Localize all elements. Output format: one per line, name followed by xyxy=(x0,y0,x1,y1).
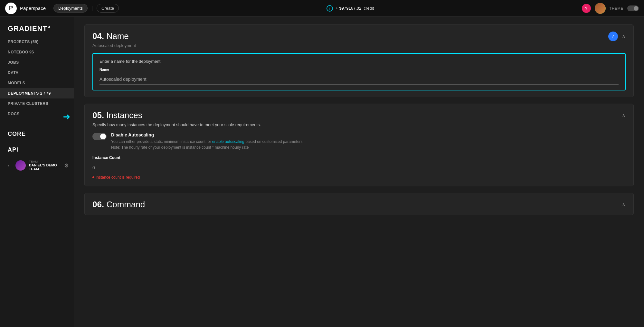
team-info: TEAM DANIEL'S DEMO TEAM xyxy=(29,160,64,171)
sidebar-item-private-clusters[interactable]: PRIVATE CLUSTERS xyxy=(0,98,74,109)
sidebar-item-notebooks[interactable]: NOTEBOOKS xyxy=(0,47,74,57)
section-06-header: 06. Command ∧ xyxy=(85,193,633,215)
name-input[interactable] xyxy=(99,74,619,85)
team-info-area: ‹ TEAM DANIEL'S DEMO TEAM xyxy=(5,160,64,171)
deployments-nav-btn[interactable]: Deployments xyxy=(53,4,88,13)
instance-input-wrapper xyxy=(92,163,626,173)
instance-count-input[interactable] xyxy=(92,163,626,173)
section-04-collapse[interactable]: ∧ xyxy=(622,33,626,39)
autoscaling-toggle[interactable] xyxy=(92,133,107,140)
create-nav-btn[interactable]: Create xyxy=(97,4,119,13)
help-button[interactable]: ? xyxy=(582,4,591,13)
collapse-sidebar-button[interactable]: ‹ xyxy=(5,162,12,169)
section-04-title: 04. Name xyxy=(92,31,129,41)
section-06-card: 06. Command ∧ xyxy=(84,193,634,215)
toggle-text: Disable Autoscaling You can either provi… xyxy=(111,132,304,150)
toggle-desc: You can either provide a static minimum … xyxy=(111,139,304,150)
section-04-controls: ✓ ∧ xyxy=(608,32,626,41)
theme-label: THEME xyxy=(610,6,624,10)
section-05-card: 05. Instances ∧ Specify how many instanc… xyxy=(84,104,634,186)
check-icon: ✓ xyxy=(608,32,618,41)
navbar-logo: P Paperspace xyxy=(5,3,46,14)
sidebar-nav: PROJECTS (59) NOTEBOOKS JOBS DATA MODELS… xyxy=(0,37,74,124)
instance-count-label: Instance Count xyxy=(92,155,626,160)
layout: GRADIENT° PROJECTS (59) NOTEBOOKS JOBS D… xyxy=(0,17,644,327)
team-label: TEAM xyxy=(29,160,64,163)
enable-autoscaling-link[interactable]: enable autoscaling xyxy=(212,139,244,144)
nav-divider: | xyxy=(91,5,93,11)
sidebar-item-jobs[interactable]: JOBS xyxy=(0,57,74,68)
core-section-label: CORE xyxy=(0,124,74,140)
sidebar-wrapper: GRADIENT° PROJECTS (59) NOTEBOOKS JOBS D… xyxy=(0,17,74,327)
sidebar-item-deployments[interactable]: DEPLOYMENTS 2 / 79 xyxy=(0,88,74,98)
name-description: Enter a name for the deployment. xyxy=(99,59,619,64)
sidebar-item-docs[interactable]: DOCS xyxy=(0,109,74,119)
app-name: Paperspace xyxy=(20,5,46,11)
autoscaling-toggle-row: Disable Autoscaling You can either provi… xyxy=(92,132,626,150)
navbar-nav: Deployments | Create xyxy=(53,4,119,13)
gradient-section-title: GRADIENT° xyxy=(0,17,74,37)
section-06-collapse[interactable]: ∧ xyxy=(622,201,626,208)
logo-icon[interactable]: P xyxy=(5,3,17,14)
error-dot xyxy=(92,176,94,178)
sidebar-bottom: ‹ TEAM DANIEL'S DEMO TEAM ⚙ xyxy=(0,156,74,175)
navbar: P Paperspace Deployments | Create i + $9… xyxy=(0,0,644,17)
credit-info: i + $979167.02 credit xyxy=(119,5,582,12)
section-06-title: 06. Command xyxy=(92,200,145,210)
credit-amount: + $979167.02 credit xyxy=(336,6,374,11)
api-section-label: API xyxy=(0,140,74,156)
avatar[interactable] xyxy=(595,3,606,14)
section-04-subtitle: Autoscaled deployment xyxy=(85,43,633,53)
toggle-label: Disable Autoscaling xyxy=(111,132,304,137)
sidebar: GRADIENT° PROJECTS (59) NOTEBOOKS JOBS D… xyxy=(0,17,74,175)
instance-count-error: Instance count is required xyxy=(92,175,626,180)
credit-icon: i xyxy=(327,5,333,12)
section-05-content: Specify how many instances the deploymen… xyxy=(85,122,633,186)
name-input-section: Enter a name for the deployment. Name xyxy=(92,53,626,90)
settings-icon[interactable]: ⚙ xyxy=(64,163,69,169)
theme-toggle[interactable] xyxy=(627,5,639,11)
section-05-title: 05. Instances xyxy=(92,110,142,120)
sidebar-item-data[interactable]: DATA xyxy=(0,68,74,78)
section-04-card: 04. Name ✓ ∧ Autoscaled deployment Enter… xyxy=(84,24,634,97)
section-05-header: 05. Instances ∧ xyxy=(85,104,633,122)
sidebar-item-projects[interactable]: PROJECTS (59) xyxy=(0,37,74,47)
section-04-header: 04. Name ✓ ∧ xyxy=(85,25,633,43)
instances-description: Specify how many instances the deploymen… xyxy=(92,122,626,127)
team-name: DANIEL'S DEMO TEAM xyxy=(29,163,64,171)
section-04-title-area: 04. Name xyxy=(92,31,129,41)
avatar-image xyxy=(595,3,606,14)
name-field-label: Name xyxy=(99,68,619,71)
navbar-right: ? THEME xyxy=(582,3,639,14)
sidebar-item-models[interactable]: MODELS xyxy=(0,78,74,88)
section-05-collapse[interactable]: ∧ xyxy=(622,112,626,118)
main-content: 04. Name ✓ ∧ Autoscaled deployment Enter… xyxy=(74,17,644,327)
team-avatar xyxy=(15,160,26,171)
